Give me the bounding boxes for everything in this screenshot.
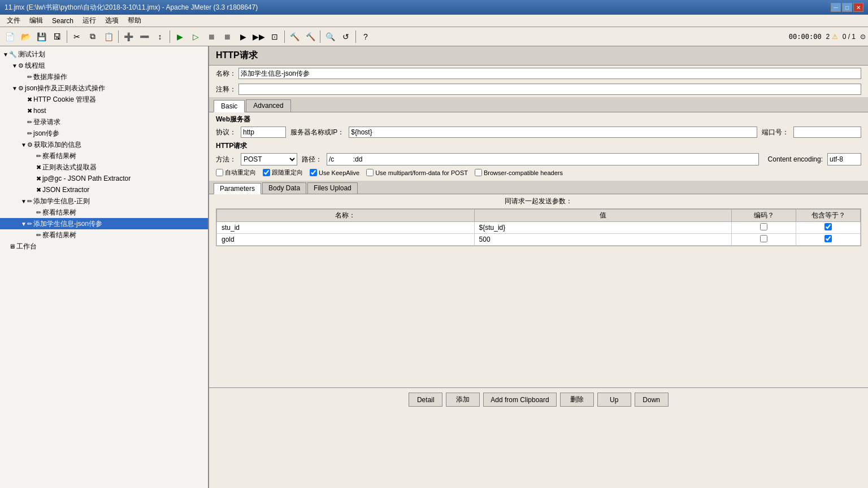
paste-button[interactable]: 📋 <box>101 29 116 44</box>
tree-item-cookie-mgr[interactable]: ✖HTTP Cookie 管理器 <box>0 94 208 105</box>
copy-button[interactable]: ⧉ <box>85 29 100 44</box>
up-button[interactable]: Up <box>597 393 631 407</box>
menu-item-运行[interactable]: 运行 <box>78 15 101 27</box>
tree-item-view-result3[interactable]: ✏察看结果树 <box>0 229 208 241</box>
delete-button[interactable]: 删除 <box>560 393 594 407</box>
tree-item-host[interactable]: ✖host <box>0 105 208 116</box>
auto-redirect-label[interactable]: 自动重定向 <box>216 168 256 177</box>
run-no-pause-button[interactable]: ▷ <box>188 29 203 44</box>
tree-item-json-extractor[interactable]: ✖JSON Extractor <box>0 184 208 195</box>
detail-button[interactable]: Detail <box>409 393 442 407</box>
reset-button[interactable]: ↺ <box>338 29 353 44</box>
progress-display: 0 / 1 <box>843 33 856 41</box>
remote-start-all-button[interactable]: ▶▶ <box>251 29 266 44</box>
tab-files-upload[interactable]: Files Upload <box>307 182 358 194</box>
tree-item-login-req[interactable]: ✏登录请求 <box>0 116 208 128</box>
stop-all-button[interactable]: ⏹ <box>220 29 235 44</box>
follow-redirect-label[interactable]: 跟随重定向 <box>263 168 303 177</box>
server-input[interactable] <box>349 127 757 138</box>
port-input[interactable] <box>793 127 861 138</box>
add-clipboard-button[interactable]: Add from Clipboard <box>483 393 556 407</box>
close-button[interactable]: ✕ <box>853 3 863 12</box>
tree-item-json-param[interactable]: ✏json传参 <box>0 128 208 139</box>
path-input[interactable] <box>327 153 759 165</box>
new-button[interactable]: 📄 <box>2 29 17 44</box>
web-server-row: 协议： 服务器名称或IP： 端口号： <box>209 125 868 139</box>
table-row: stu_id ${stu_id} <box>217 222 861 234</box>
menu-item-Search[interactable]: Search <box>47 16 78 26</box>
minimize-button[interactable]: ─ <box>831 3 841 12</box>
node-icon: 🖥 <box>9 243 15 250</box>
move-button[interactable]: ↕ <box>153 29 167 44</box>
expand-icon[interactable]: ▼ <box>20 198 27 204</box>
keepalive-label[interactable]: Use KeepAlive <box>310 169 359 176</box>
menu-item-帮助[interactable]: 帮助 <box>123 15 146 27</box>
node-label: 获取添加的信息 <box>34 140 81 150</box>
run-button[interactable]: ▶ <box>172 29 187 44</box>
main-tab-bar: Basic Advanced <box>209 97 868 112</box>
tree-item-view-result2[interactable]: ✏察看结果树 <box>0 207 208 218</box>
expand-button[interactable]: ➕ <box>121 29 136 44</box>
tree-item-db-op[interactable]: ✏数据库操作 <box>0 71 208 82</box>
stop-button[interactable]: ⏹ <box>204 29 219 44</box>
search-button[interactable]: 🔍 <box>323 29 337 44</box>
follow-redirect-checkbox[interactable] <box>263 169 270 176</box>
down-button[interactable]: Down <box>635 393 669 407</box>
include-checkbox-0[interactable] <box>824 223 832 230</box>
protocol-input[interactable] <box>241 127 286 138</box>
node-label: 添加学生信息-正则 <box>33 197 90 206</box>
expand-icon[interactable]: ▼ <box>11 85 18 91</box>
multipart-checkbox[interactable] <box>366 169 374 176</box>
encode-checkbox-0[interactable] <box>760 223 767 230</box>
warning-icon: ⚠ <box>832 33 838 41</box>
tree-item-add-student[interactable]: ▼✏添加学生信息-正则 <box>0 195 208 207</box>
remote-start-button[interactable]: ▶ <box>236 29 250 44</box>
expand-icon[interactable]: ▼ <box>2 51 9 58</box>
auto-redirect-checkbox[interactable] <box>216 169 223 176</box>
cut-button[interactable]: ✂ <box>70 29 84 44</box>
tree-item-regex-extractor[interactable]: ✖正则表达式提取器 <box>0 162 208 173</box>
save-button[interactable]: 💾 <box>34 29 49 44</box>
maximize-button[interactable]: □ <box>842 3 852 12</box>
collapse-button[interactable]: ➖ <box>137 29 151 44</box>
menu-item-编辑[interactable]: 编辑 <box>25 15 47 27</box>
node-icon: ✖ <box>36 175 41 182</box>
tree-item-test-plan[interactable]: ▼🔧测试计划 <box>0 49 208 60</box>
name-input[interactable] <box>238 68 861 79</box>
encoding-input[interactable] <box>827 153 861 165</box>
expand-icon[interactable]: ▼ <box>20 142 27 148</box>
menu-item-文件[interactable]: 文件 <box>2 15 25 27</box>
comment-input[interactable] <box>238 84 861 95</box>
tab-basic[interactable]: Basic <box>214 100 245 112</box>
keepalive-checkbox[interactable] <box>310 169 317 176</box>
clear-button[interactable]: 🔨 <box>287 29 302 44</box>
menu-item-选项[interactable]: 选项 <box>101 15 123 27</box>
encode-checkbox-1[interactable] <box>760 235 767 242</box>
expand-icon[interactable]: ▼ <box>20 221 27 227</box>
include-checkbox-1[interactable] <box>824 235 832 242</box>
param-include-cell <box>796 222 861 234</box>
browser-headers-label[interactable]: Browser-compatible headers <box>475 169 563 176</box>
help-button[interactable]: ? <box>358 29 373 44</box>
tab-body-data[interactable]: Body Data <box>262 182 306 194</box>
browser-headers-checkbox[interactable] <box>475 169 482 176</box>
node-icon: ✏ <box>36 209 41 216</box>
tree-item-json-op[interactable]: ▼⚙json操作及正则表达式操作 <box>0 82 208 94</box>
tree-item-jp-extractor[interactable]: ✖jp@gc - JSON Path Extractor <box>0 173 208 184</box>
tab-advanced[interactable]: Advanced <box>246 99 290 112</box>
method-select[interactable]: POST GET PUT DELETE <box>241 153 297 165</box>
tree-item-thread-group[interactable]: ▼⚙线程组 <box>0 60 208 71</box>
clear-all-button[interactable]: 🔨 <box>303 29 318 44</box>
tab-parameters[interactable]: Parameters <box>214 183 261 194</box>
node-label: jp@gc - JSON Path Extractor <box>42 175 131 182</box>
open-button[interactable]: 📂 <box>18 29 33 44</box>
expand-icon[interactable]: ▼ <box>11 63 18 69</box>
tree-item-workbench[interactable]: 🖥工作台 <box>0 241 208 252</box>
multipart-label[interactable]: Use multipart/form-data for POST <box>366 169 468 176</box>
save-all-button[interactable]: 🖫 <box>50 29 64 44</box>
remote-stop-button[interactable]: ⊡ <box>267 29 282 44</box>
tree-item-get-add-info[interactable]: ▼⚙获取添加的信息 <box>0 139 208 150</box>
add-param-button[interactable]: 添加 <box>446 393 480 407</box>
tree-item-add-student-json[interactable]: ▼✏添加学生信息-json传参 <box>0 218 208 229</box>
tree-item-view-result1[interactable]: ✏察看结果树 <box>0 150 208 162</box>
